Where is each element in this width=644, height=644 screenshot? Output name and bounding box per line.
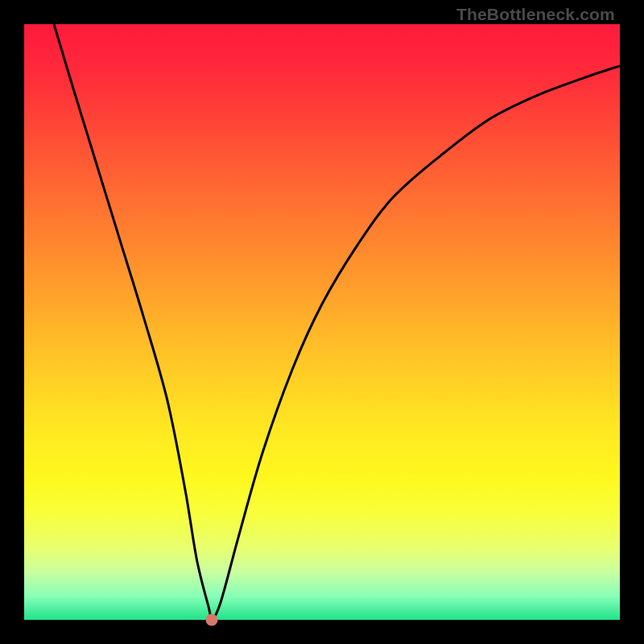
chart-svg (24, 24, 620, 620)
minimum-marker-dot (206, 614, 218, 626)
bottleneck-curve-path (54, 24, 620, 620)
watermark-text: TheBottleneck.com (456, 5, 615, 24)
chart-frame: TheBottleneck.com (0, 0, 644, 644)
